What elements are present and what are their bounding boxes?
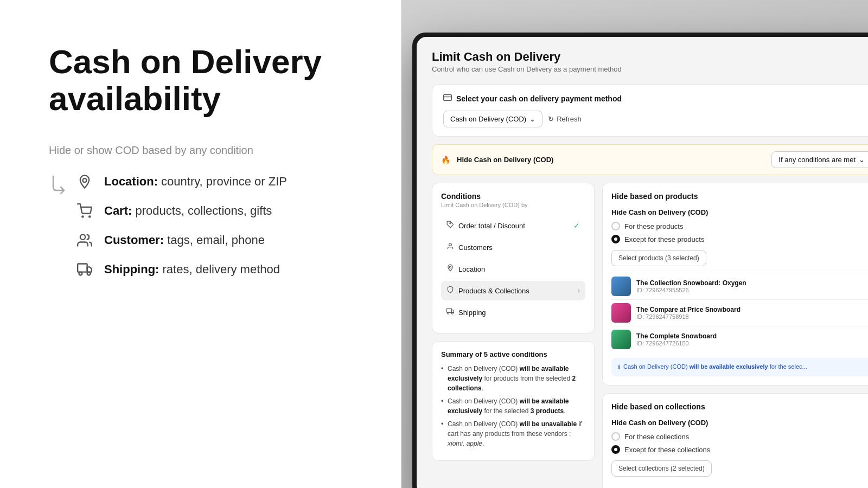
tablet-frame: Limit Cash on Delivery Control who can u… — [412, 33, 868, 488]
summary-title: Summary of 5 active conditions — [441, 350, 585, 358]
svg-point-13 — [448, 312, 449, 314]
condition-order-total[interactable]: Order total / Discount ✓ — [441, 216, 585, 235]
select-products-button[interactable]: Select products (3 selected) — [611, 250, 706, 266]
product-image-compare — [611, 303, 631, 323]
feature-customer: Customer: tags, email, phone — [75, 230, 287, 250]
cod-available-banner: ℹ Cash on Delivery (COD) will be availab… — [611, 358, 868, 376]
customer-cond-icon — [446, 242, 454, 252]
chevron-down-icon: ⌄ — [859, 156, 865, 164]
feature-customer-text: Customer: tags, email, phone — [104, 233, 265, 247]
page-title: Limit Cash on Delivery — [432, 50, 868, 64]
feature-shipping-text: Shipping: rates, delivery method — [104, 262, 280, 277]
conditions-summary-col: Conditions Limit Cash on Delivery (COD) … — [432, 183, 595, 488]
svg-point-5 — [79, 272, 82, 275]
location-cond-icon — [446, 264, 454, 274]
svg-rect-7 — [444, 95, 452, 101]
app-content: Limit Cash on Delivery Control who can u… — [417, 37, 868, 488]
product-info-compare: The Compare at Price Snowboard ID: 72962… — [636, 306, 868, 320]
product-item-compare: The Compare at Price Snowboard ID: 72962… — [611, 299, 868, 326]
product-name-complete: The Complete Snowboard — [636, 332, 868, 340]
shield-icon — [446, 286, 454, 296]
condition-shipping-label: Shipping — [458, 309, 486, 317]
chevron-down-icon: ⌄ — [529, 115, 535, 123]
radio-except-these-collections[interactable]: Except for these collections — [611, 445, 868, 454]
product-image-oxygen — [611, 277, 631, 296]
product-image-complete — [611, 330, 631, 349]
location-icon — [75, 172, 94, 191]
feature-location: Location: country, province or ZIP — [75, 172, 287, 191]
info-icon: ℹ — [618, 364, 620, 371]
product-item-oxygen: The Collection Snowboard: Oxygen ID: 729… — [611, 273, 868, 299]
product-item-complete: The Complete Snowboard ID: 7296247726150 — [611, 326, 868, 352]
product-id-compare: ID: 7296247758918 — [636, 313, 868, 320]
condition-products-collections[interactable]: Products & Collections › — [441, 281, 585, 300]
products-panel: Hide based on products Hide Cash on Deli… — [602, 183, 868, 386]
radio-for-these-products[interactable]: For these products — [611, 222, 868, 230]
product-info-complete: The Complete Snowboard ID: 7296247726150 — [636, 332, 868, 346]
check-icon: ✓ — [573, 221, 580, 230]
cod-available-text: Cash on Delivery (COD) will be available… — [623, 363, 807, 370]
condition-shipping[interactable]: Shipping — [441, 303, 585, 322]
cart-icon — [75, 201, 94, 221]
svg-point-1 — [82, 216, 83, 217]
section-header: Select your cash on delivery payment met… — [443, 93, 868, 104]
collections-panel-title: Hide based on collections — [611, 402, 868, 411]
summary-item-3: Cash on Delivery (COD) will be unavailab… — [441, 419, 585, 448]
products-panel-title: Hide based on products — [611, 192, 868, 201]
chevron-right-icon: › — [578, 287, 580, 294]
radio-circle-except — [611, 235, 620, 243]
payment-method-select[interactable]: Cash on Delivery (COD) ⌄ — [443, 111, 542, 127]
hide-cod-banner: 🔥 Hide Cash on Delivery (COD) If any con… — [432, 144, 868, 175]
features-list: Location: country, province or ZIP Cart:… — [75, 172, 287, 279]
subtitle: Hide or show COD based by any condition — [49, 144, 368, 157]
collections-sub-title: Hide Cash on Delivery (COD) — [611, 419, 868, 427]
conditions-panel: Conditions Limit Cash on Delivery (COD) … — [432, 183, 595, 333]
svg-point-0 — [83, 179, 87, 183]
feature-cart: Cart: products, collections, gifts — [75, 201, 287, 221]
condition-customers-label: Customers — [458, 243, 493, 252]
refresh-icon: ↻ — [548, 115, 554, 123]
payment-section-title: Select your cash on delivery payment met… — [456, 94, 622, 103]
collections-panel: Hide based on collections Hide Cash on D… — [602, 393, 868, 488]
svg-point-3 — [80, 235, 85, 240]
arrow-container: Location: country, province or ZIP Cart:… — [49, 172, 368, 279]
radio-for-these-collections[interactable]: For these collections — [611, 432, 868, 441]
summary-item-1: Cash on Delivery (COD) will be available… — [441, 364, 585, 393]
condition-order-total-label: Order total / Discount — [458, 222, 525, 230]
payment-section: Select your cash on delivery payment met… — [432, 84, 868, 137]
svg-point-2 — [89, 216, 90, 217]
conditions-dropdown[interactable]: If any conditions are met ⌄ — [771, 151, 868, 168]
feature-cart-text: Cart: products, collections, gifts — [104, 204, 272, 218]
radio-except-these-products[interactable]: Except for these products — [611, 235, 868, 243]
feature-shipping: Shipping: rates, delivery method — [75, 260, 287, 279]
radio-circle-except-collections — [611, 445, 620, 454]
condition-location[interactable]: Location — [441, 259, 585, 279]
payment-controls: Cash on Delivery (COD) ⌄ ↻ Refresh — [443, 111, 868, 127]
products-radio-group: For these products Except for these prod… — [611, 222, 868, 243]
arrow-icon — [49, 174, 68, 194]
product-id-complete: ID: 7296247726150 — [636, 340, 868, 346]
tablet-screen: Limit Cash on Delivery Control who can u… — [417, 37, 868, 488]
product-id-oxygen: ID: 7296247955526 — [636, 287, 868, 293]
feature-location-text: Location: country, province or ZIP — [104, 175, 287, 189]
payment-icon — [443, 93, 452, 104]
select-collections-button[interactable]: Select collections (2 selected) — [611, 460, 712, 477]
tag-icon — [446, 221, 454, 230]
left-panel: Cash on Delivery availability Hide or sh… — [0, 0, 401, 488]
svg-point-10 — [449, 243, 452, 246]
customer-icon — [75, 230, 94, 250]
refresh-button[interactable]: ↻ Refresh — [548, 115, 582, 123]
condition-products-collections-label: Products & Collections — [458, 287, 529, 295]
svg-point-6 — [87, 272, 91, 275]
two-col-layout: Conditions Limit Cash on Delivery (COD) … — [432, 183, 868, 488]
condition-location-label: Location — [458, 265, 485, 273]
product-name-compare: The Compare at Price Snowboard — [636, 306, 868, 313]
truck-icon — [446, 307, 454, 317]
condition-customers[interactable]: Customers — [441, 237, 585, 257]
hide-cod-label: Hide Cash on Delivery (COD) — [457, 156, 765, 164]
svg-point-11 — [449, 266, 451, 268]
collections-radio-group: For these collections Except for these c… — [611, 432, 868, 454]
summary-item-2: Cash on Delivery (COD) will be available… — [441, 396, 585, 416]
products-sub-title: Hide Cash on Delivery (COD) — [611, 208, 868, 216]
right-side-col: Hide based on products Hide Cash on Deli… — [602, 183, 868, 488]
